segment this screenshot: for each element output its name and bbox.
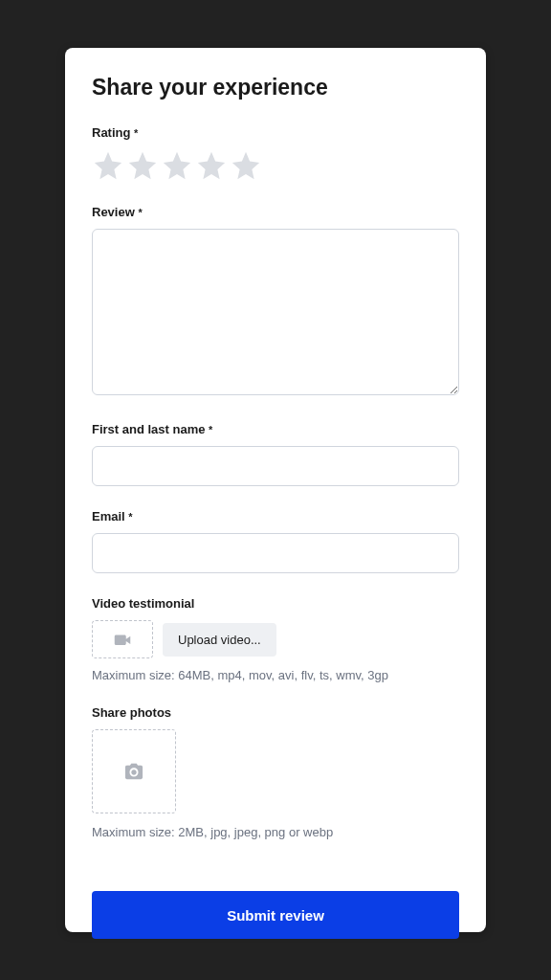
star-rating[interactable] <box>92 149 459 182</box>
rating-field: Rating * <box>92 125 459 182</box>
email-label: Email * <box>92 509 459 523</box>
review-field: Review * <box>92 205 459 399</box>
name-label-text: First and last name <box>92 422 205 436</box>
star-icon[interactable] <box>161 149 193 182</box>
photos-helper-text: Maximum size: 2MB, jpg, jpeg, png or web… <box>92 825 459 839</box>
email-input[interactable] <box>92 533 459 573</box>
star-icon[interactable] <box>126 149 159 182</box>
review-form-card: Share your experience Rating * <box>65 48 486 932</box>
email-label-text: Email <box>92 509 125 523</box>
video-camera-icon <box>114 633 131 646</box>
camera-icon <box>123 762 144 781</box>
upload-video-button[interactable]: Upload video... <box>163 623 276 657</box>
review-textarea[interactable] <box>92 229 459 395</box>
review-label: Review * <box>92 205 459 219</box>
review-required: * <box>138 207 142 218</box>
video-field: Video testimonial Upload video... Maximu… <box>92 596 459 682</box>
video-label: Video testimonial <box>92 596 459 611</box>
email-required: * <box>128 511 132 523</box>
photo-upload-placeholder[interactable] <box>92 729 176 813</box>
submit-button[interactable]: Submit review <box>92 891 459 939</box>
photos-field: Share photos Maximum size: 2MB, jpg, jpe… <box>92 705 459 839</box>
review-label-text: Review <box>92 205 135 219</box>
rating-label: Rating * <box>92 125 459 140</box>
name-input[interactable] <box>92 446 459 486</box>
star-icon[interactable] <box>92 149 124 182</box>
video-upload-placeholder[interactable] <box>92 620 153 658</box>
video-upload-row: Upload video... <box>92 620 459 658</box>
name-required: * <box>209 424 212 435</box>
photos-label: Share photos <box>92 705 459 720</box>
star-icon[interactable] <box>195 149 228 182</box>
star-icon[interactable] <box>230 149 262 182</box>
name-label: First and last name * <box>92 422 459 436</box>
video-helper-text: Maximum size: 64MB, mp4, mov, avi, flv, … <box>92 668 459 682</box>
form-title: Share your experience <box>92 75 459 100</box>
rating-required: * <box>134 127 138 139</box>
rating-label-text: Rating <box>92 125 130 140</box>
name-field: First and last name * <box>92 422 459 486</box>
email-field: Email * <box>92 509 459 573</box>
